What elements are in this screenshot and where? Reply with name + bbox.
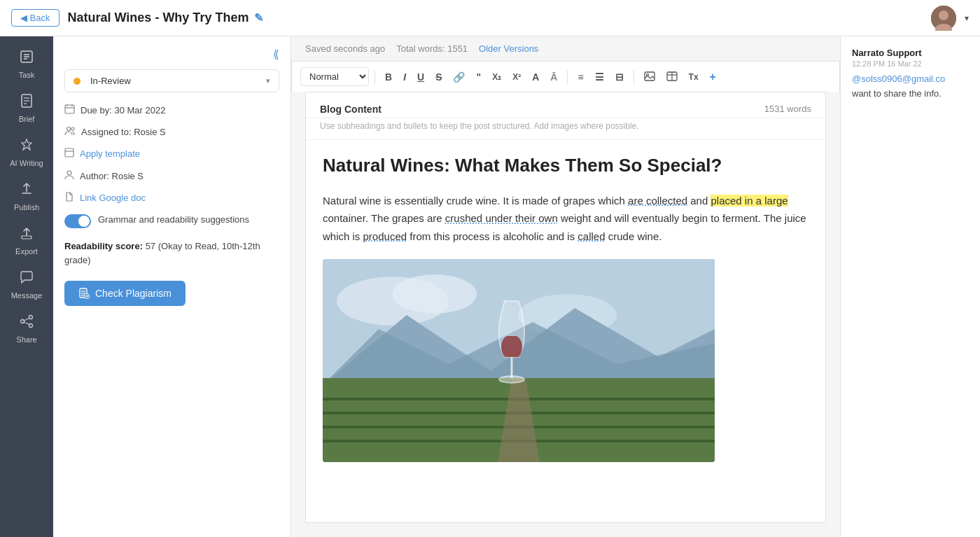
export-icon [19,225,34,244]
insert-image-button[interactable] [640,69,659,85]
status-label: In-Review [90,76,260,86]
vineyard-image-svg [323,259,715,462]
readability-score-label: Readability score: [64,241,143,251]
italic-button[interactable]: I [399,69,410,85]
template-icon [64,148,74,160]
chat-timestamp: 12:28 PM 16 Mar 22 [852,60,969,68]
grammar-suggestion-4: called [578,230,605,242]
svg-point-1 [939,11,948,20]
svg-point-12 [29,316,33,319]
editor-content[interactable]: Blog Content 1531 words Use subheadings … [305,92,826,523]
sidebar-item-publish[interactable]: Publish [0,174,53,218]
users-icon [64,126,76,138]
apply-template-label: Apply template [80,148,140,159]
assigned-label: Assigned to: Rosie S [81,127,166,137]
dropdown-arrow-icon: ▾ [266,76,270,85]
content-hint: Use subheadings and bullets to keep the … [306,118,825,140]
font-color-button[interactable]: A [528,69,543,85]
sidebar-item-brief[interactable]: Brief [0,86,53,130]
check-plagiarism-button[interactable]: Check Plagiarism [64,281,186,306]
back-button[interactable]: ◀ Back [11,9,59,27]
grammar-suggestion-3: produced [363,230,407,242]
insert-table-button[interactable] [662,69,682,85]
sidebar-item-ai-writing[interactable]: AI Writing [0,130,53,174]
svg-point-40 [393,274,477,314]
status-dropdown[interactable]: In-Review ▾ [64,69,279,92]
insert-button[interactable]: + [706,69,720,85]
superscript-button[interactable]: X² [508,70,525,84]
plagiarism-icon [78,288,90,299]
author-row: Author: Rosie S [64,169,279,182]
sidebar-item-task[interactable]: Task [0,42,53,86]
blockquote-button[interactable]: " [472,69,485,85]
article-body[interactable]: Natural Wines: What Makes Them So Specia… [306,140,825,476]
svg-rect-23 [65,148,74,157]
chat-username: Narrato Support [852,48,969,58]
highlight-button[interactable]: Ā [546,69,561,85]
format-select[interactable]: Normal Heading 1 Heading 2 Heading 3 [300,67,369,86]
svg-rect-17 [65,105,74,113]
content-word-count: 1531 words [764,104,811,114]
editor-meta-bar: Saved seconds ago Total words: 1551 Olde… [291,36,840,61]
svg-point-13 [21,320,24,323]
svg-line-15 [24,319,29,321]
older-versions-link[interactable]: Older Versions [479,43,538,54]
saved-status: Saved seconds ago [305,43,385,54]
svg-point-21 [67,127,71,131]
brief-icon [19,93,34,112]
link-google-doc-row[interactable]: Link Google doc [64,192,279,204]
avatar-caret-icon[interactable]: ▾ [965,13,969,23]
calendar-icon [64,104,75,116]
sidebar-task-label: Task [19,71,35,79]
sidebar-item-export[interactable]: Export [0,218,53,263]
task-icon [19,49,34,68]
left-sidebar: Task Brief AI Writing Publish Export [0,36,53,537]
avatar[interactable] [931,6,956,31]
svg-point-51 [499,376,524,383]
underline-button[interactable]: U [413,69,428,85]
grammar-toggle[interactable] [64,214,91,228]
ordered-list-button[interactable]: ≡ [573,69,587,85]
bold-button[interactable]: B [381,69,396,85]
collapse-icon: ⟪ [273,48,279,61]
editor-area: Saved seconds ago Total words: 1551 Olde… [291,36,840,537]
article-image [323,259,715,462]
article-paragraph-1[interactable]: Natural wine is essentially crude wine. … [323,192,808,246]
message-icon [19,270,34,288]
status-dot-icon [74,78,80,85]
ai-writing-icon [19,137,34,156]
collapse-panel-button[interactable]: ⟪ [64,48,279,61]
highlight-phrase-1: placed in a large [710,195,788,207]
sidebar-item-share[interactable]: Share [0,307,53,351]
sidebar-share-label: Share [16,335,36,344]
clear-format-button[interactable]: Tx [685,70,703,84]
svg-point-25 [67,171,71,175]
publish-icon [19,181,34,200]
panel-sidebar: ⟪ In-Review ▾ Due by: 30 Mar 2022 Assign… [53,36,291,537]
link-google-label: Link Google doc [80,193,146,203]
sidebar-publish-label: Publish [14,203,39,211]
svg-point-22 [71,127,74,130]
sidebar-brief-label: Brief [19,115,35,123]
edit-title-icon[interactable]: ✎ [254,11,263,25]
subscript-button[interactable]: X₂ [488,70,505,84]
editor-toolbar: Normal Heading 1 Heading 2 Heading 3 B I… [291,61,840,92]
chat-email[interactable]: @solss0906@gmail.co [852,74,969,84]
sidebar-item-message[interactable]: Message [0,263,53,307]
page-title: Natural Wines - Why Try Them ✎ [68,11,923,25]
author-label: Author: Rosie S [80,171,144,181]
link-button[interactable]: 🔗 [449,69,469,85]
apply-template-row[interactable]: Apply template [64,148,279,160]
unordered-list-button[interactable]: ☰ [591,69,608,85]
strikethrough-button[interactable]: S [431,69,446,85]
chat-message: want to share the info. [852,87,969,101]
svg-line-16 [24,322,29,325]
grammar-toggle-label: Grammar and readability suggestions [98,214,249,226]
toolbar-divider-1 [374,70,375,84]
share-icon [19,314,34,333]
check-plagiarism-label: Check Plagiarism [95,288,172,299]
google-doc-icon [64,192,74,204]
toolbar-divider-3 [634,70,634,84]
indent-button[interactable]: ⊟ [611,69,628,85]
due-date-row: Due by: 30 Mar 2022 [64,104,279,116]
